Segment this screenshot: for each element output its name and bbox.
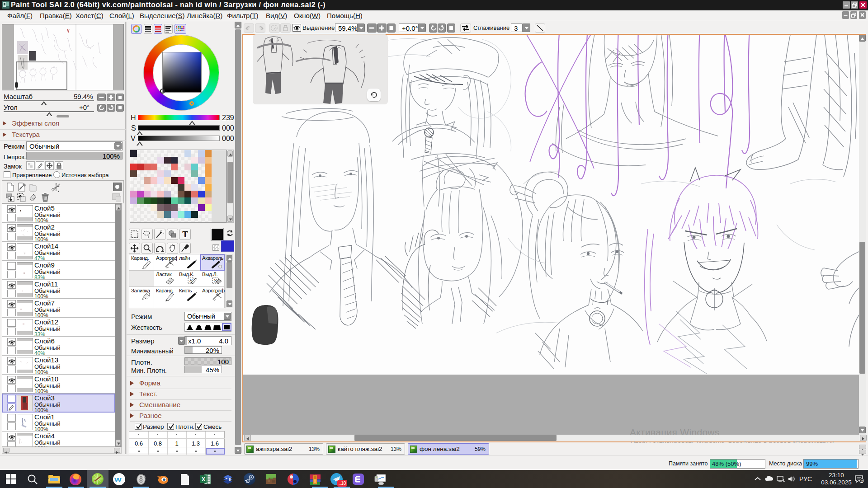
svg-text:X: X <box>202 476 205 483</box>
svg-text:2: 2 <box>861 479 863 483</box>
svg-text:S: S <box>214 278 217 283</box>
svg-text:T: T <box>182 230 188 239</box>
